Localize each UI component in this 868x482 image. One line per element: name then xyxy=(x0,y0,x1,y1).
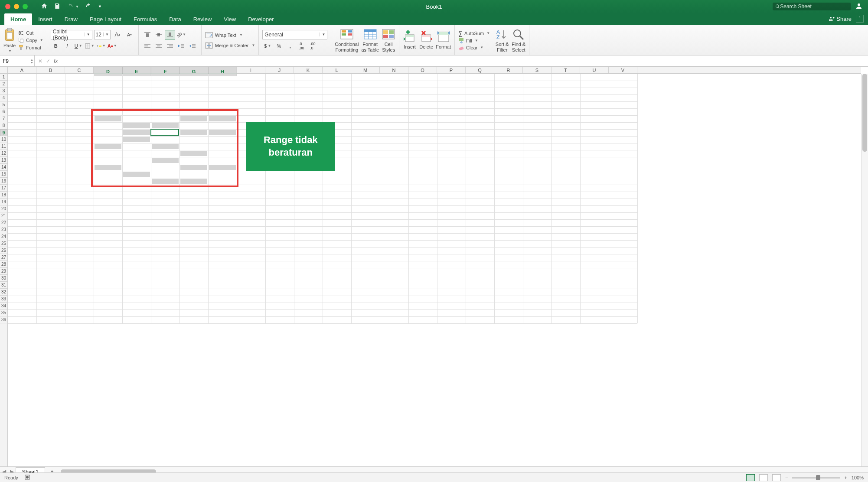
row-header-34[interactable]: 34 xyxy=(0,303,7,309)
col-header-O[interactable]: O xyxy=(408,67,437,73)
page-layout-view-button[interactable] xyxy=(759,474,768,481)
comma-button[interactable]: , xyxy=(285,41,295,51)
col-header-T[interactable]: T xyxy=(551,67,580,73)
paste-dropdown[interactable]: ▼ xyxy=(8,49,12,53)
underline-button[interactable]: U▼ xyxy=(73,41,84,51)
delete-cells-button[interactable]: Delete xyxy=(419,30,433,49)
row-header-1[interactable]: 1 xyxy=(0,74,7,81)
tab-view[interactable]: View xyxy=(218,13,242,25)
cell-styles-button[interactable]: Cell Styles xyxy=(382,28,395,52)
active-cell[interactable] xyxy=(150,129,179,136)
bold-button[interactable]: B xyxy=(51,41,61,51)
merge-center-button[interactable]: Merge & Center▼ xyxy=(205,41,255,50)
save-icon[interactable] xyxy=(54,3,61,11)
shaded-cell[interactable] xyxy=(123,137,150,142)
percent-button[interactable]: % xyxy=(274,41,284,51)
row-header-22[interactable]: 22 xyxy=(0,219,7,226)
enter-formula-icon[interactable]: ✓ xyxy=(46,58,50,64)
row-header-30[interactable]: 30 xyxy=(0,275,7,282)
italic-button[interactable]: I xyxy=(62,41,72,51)
wrap-text-button[interactable]: Wrap Text▼ xyxy=(205,31,255,39)
tab-page-layout[interactable]: Page Layout xyxy=(84,13,127,25)
row-header-9[interactable]: 9 xyxy=(0,129,7,136)
shaded-cell[interactable] xyxy=(209,116,236,121)
tab-formulas[interactable]: Formulas xyxy=(127,13,163,25)
col-header-B[interactable]: B xyxy=(36,67,65,73)
col-header-U[interactable]: U xyxy=(580,67,609,73)
row-header-20[interactable]: 20 xyxy=(0,205,7,212)
tab-review[interactable]: Review xyxy=(187,13,218,25)
zoom-out-button[interactable]: − xyxy=(785,475,788,480)
shaded-cell[interactable] xyxy=(209,165,236,170)
search-sheet-input[interactable] xyxy=(780,3,848,10)
normal-view-button[interactable] xyxy=(746,474,755,481)
shaded-cell[interactable] xyxy=(180,179,207,184)
shaded-cell[interactable] xyxy=(95,165,121,170)
undo-dropdown-icon[interactable]: ▼ xyxy=(75,5,79,9)
cancel-formula-icon[interactable]: ✕ xyxy=(38,58,42,64)
paste-label[interactable]: Paste xyxy=(3,43,16,48)
shaded-cell[interactable] xyxy=(180,151,207,156)
vertical-scrollbar[interactable] xyxy=(861,74,868,469)
maximize-window-button[interactable] xyxy=(23,4,28,9)
col-header-K[interactable]: K xyxy=(294,67,323,73)
row-header-33[interactable]: 33 xyxy=(0,296,7,303)
row-header-13[interactable]: 13 xyxy=(0,157,7,164)
accounting-button[interactable]: $▼ xyxy=(262,41,273,51)
cells-area[interactable]: Range tidakberaturan xyxy=(8,74,861,469)
zoom-level[interactable]: 100% xyxy=(852,475,864,480)
row-header-19[interactable]: 19 xyxy=(0,199,7,205)
borders-button[interactable]: ▼ xyxy=(85,41,95,51)
shaded-cell[interactable] xyxy=(209,130,236,135)
page-break-view-button[interactable] xyxy=(772,474,781,481)
fx-icon[interactable]: fx xyxy=(54,58,58,64)
col-header-Q[interactable]: Q xyxy=(466,67,494,73)
row-header-8[interactable]: 8 xyxy=(0,122,7,129)
vertical-scroll-thumb[interactable] xyxy=(862,74,867,152)
zoom-slider[interactable] xyxy=(792,477,840,479)
align-left-button[interactable] xyxy=(142,41,153,51)
format-painter-button[interactable]: Format xyxy=(18,45,43,51)
col-header-I[interactable]: I xyxy=(237,67,265,73)
row-header-28[interactable]: 28 xyxy=(0,261,7,268)
shaded-cell[interactable] xyxy=(152,179,179,184)
row-header-15[interactable]: 15 xyxy=(0,171,7,178)
row-header-16[interactable]: 16 xyxy=(0,178,7,185)
tab-developer[interactable]: Developer xyxy=(242,13,280,25)
row-header-14[interactable]: 14 xyxy=(0,164,7,171)
col-header-A[interactable]: A xyxy=(8,67,36,73)
formula-input[interactable] xyxy=(61,55,868,66)
row-header-32[interactable]: 32 xyxy=(0,289,7,296)
increase-indent-button[interactable] xyxy=(187,41,198,51)
shaded-cell[interactable] xyxy=(95,144,121,149)
col-header-P[interactable]: P xyxy=(437,67,466,73)
orientation-button[interactable]: ab▼ xyxy=(176,30,186,39)
row-header-12[interactable]: 12 xyxy=(0,150,7,157)
undo-icon[interactable] xyxy=(67,3,74,11)
tab-home[interactable]: Home xyxy=(4,13,32,25)
row-header-2[interactable]: 2 xyxy=(0,81,7,88)
row-header-7[interactable]: 7 xyxy=(0,115,7,122)
row-header-36[interactable]: 36 xyxy=(0,316,7,323)
row-header-17[interactable]: 17 xyxy=(0,185,7,192)
col-header-R[interactable]: R xyxy=(494,67,523,73)
font-color-button[interactable]: A▼ xyxy=(107,41,117,51)
col-header-N[interactable]: N xyxy=(380,67,408,73)
increase-decimal-button[interactable]: .0.00 xyxy=(296,41,307,51)
row-header-26[interactable]: 26 xyxy=(0,247,7,254)
col-header-J[interactable]: J xyxy=(265,67,294,73)
row-header-4[interactable]: 4 xyxy=(0,94,7,101)
close-window-button[interactable] xyxy=(5,4,10,9)
clear-button[interactable]: Clear▼ xyxy=(458,45,490,51)
collapse-ribbon-button[interactable]: ˆ xyxy=(856,15,864,23)
fill-button[interactable]: Fill▼ xyxy=(458,38,490,44)
align-right-button[interactable] xyxy=(165,41,175,51)
row-header-11[interactable]: 11 xyxy=(0,143,7,150)
number-format-select[interactable]: General▼ xyxy=(262,30,327,39)
row-header-3[interactable]: 3 xyxy=(0,88,7,94)
customize-qat-icon[interactable]: ▼ xyxy=(98,4,102,9)
shaded-cell[interactable] xyxy=(123,123,150,128)
minimize-window-button[interactable] xyxy=(14,4,19,9)
row-header-31[interactable]: 31 xyxy=(0,282,7,289)
tab-data[interactable]: Data xyxy=(163,13,187,25)
